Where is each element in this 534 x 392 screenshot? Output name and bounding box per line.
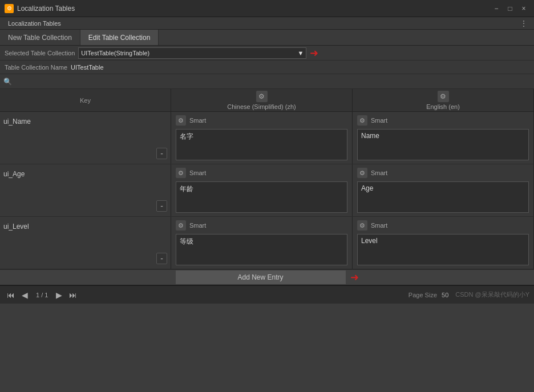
smart-gear-en-1-icon[interactable]: ⚙ [357,168,367,178]
lang-en-textarea-0[interactable]: Name [357,129,529,160]
arrow-indicator-collection: ➜ [310,47,318,59]
close-button[interactable]: × [518,3,529,14]
smart-gear-zh-0-icon[interactable]: ⚙ [176,115,186,126]
next-page-button[interactable]: ▶ [54,289,64,301]
lang-zh-cell-0: ⚙ Smart 名字 [171,112,353,164]
window-controls: − □ × [491,3,529,14]
lang-zh-header: ⚙ Chinese (Simplified) (zh) [171,89,353,111]
selected-collection-dropdown[interactable]: UITestTable(StringTable) ▼ [78,47,306,59]
menu-item-localization-tables[interactable]: Localization Tables [3,19,66,28]
smart-label-en-0: Smart [371,117,387,124]
lang-en-textarea-1[interactable]: Age [357,181,529,213]
lang-en-gear-icon[interactable]: ⚙ [438,91,449,102]
key-cell-2: ui_Level - [0,217,171,269]
smart-gear-en-0-icon[interactable]: ⚙ [357,115,367,126]
lang-zh-cell-1: ⚙ Smart 年龄 [171,164,353,216]
key-cell-1: ui_Age - [0,164,171,216]
search-input[interactable] [14,78,531,85]
selected-collection-label: Selected Table Collection [5,50,75,56]
table-row: ui_Level - ⚙ Smart 等级 ⚙ Smart Level [0,217,534,269]
lang-zh-gear-icon[interactable]: ⚙ [256,91,268,102]
smart-row-en-0: ⚙ Smart [357,115,529,126]
search-row: 🔍 [0,74,534,89]
key-cell-0: ui_Name - [0,112,171,164]
lang-zh-textarea-0[interactable]: 名字 [176,129,347,160]
last-page-button[interactable]: ⏭ [67,289,79,301]
page-size-value: 50 [442,292,448,298]
collection-name-label: Table Collection Name [5,64,67,71]
smart-label-en-1: Smart [371,169,387,176]
menu-bar: Localization Tables ⋮ [0,17,534,30]
key-name-1: ui_Age [3,169,167,179]
lang-en-cell-2: ⚙ Smart Level [353,217,534,269]
minimize-button[interactable]: − [491,3,502,14]
lang-en-cell-1: ⚙ Smart Age [353,164,534,216]
add-entry-bar: Add New Entry ➜ [0,269,534,285]
smart-gear-en-2-icon[interactable]: ⚙ [357,220,367,231]
smart-row-zh-0: ⚙ Smart [176,115,347,126]
lang-zh-textarea-1[interactable]: 年龄 [176,181,347,213]
remove-row-2-button[interactable]: - [156,253,167,264]
window-title: Localization Tables [17,5,491,13]
smart-label-zh-0: Smart [189,117,206,124]
remove-row-1-button[interactable]: - [156,200,167,212]
tab-edit-table-collection[interactable]: Edit Table Collection [80,30,159,45]
lang-zh-cell-2: ⚙ Smart 等级 [171,217,353,269]
table-row: ui_Age - ⚙ Smart 年龄 ⚙ Smart Age [0,164,534,217]
table-body: ui_Name - ⚙ Smart 名字 ⚙ Smart Name [0,112,534,269]
smart-row-zh-1: ⚙ Smart [176,168,347,178]
remove-row-0-button[interactable]: - [156,148,167,159]
menu-more-icon[interactable]: ⋮ [517,19,531,27]
table-header: Key ⚙ Chinese (Simplified) (zh) ⚙ Englis… [0,89,534,112]
smart-label-zh-2: Smart [189,222,206,229]
smart-label-en-2: Smart [371,222,387,229]
toolbar-tabs: New Table Collection Edit Table Collecti… [0,30,534,46]
smart-gear-zh-2-icon[interactable]: ⚙ [176,220,186,231]
key-name-0: ui_Name [3,116,167,127]
maximize-button[interactable]: □ [504,3,516,14]
arrow-indicator-add-entry: ➜ [350,271,359,284]
key-name-2: ui_Level [3,221,167,232]
pagination-bar: ⏮ ◀ 1 / 1 ▶ ⏭ Page Size 50 CSDN @呆呆敲代码的小… [0,285,534,304]
page-info: 1 / 1 [33,292,51,298]
table-area: Key ⚙ Chinese (Simplified) (zh) ⚙ Englis… [0,89,534,285]
lang-en-cell-0: ⚙ Smart Name [353,112,534,164]
app-icon: ⚙ [5,4,14,13]
first-page-button[interactable]: ⏮ [5,289,17,301]
table-row: ui_Name - ⚙ Smart 名字 ⚙ Smart Name [0,112,534,164]
lang-zh-textarea-2[interactable]: 等级 [176,234,347,265]
smart-row-en-2: ⚙ Smart [357,220,529,231]
dropdown-arrow-icon: ▼ [297,50,304,56]
collection-name-row: Table Collection Name UITestTable [0,60,534,74]
key-column-header: Key [0,89,171,111]
collection-name-value: UITestTable [71,64,103,71]
page-size-label: Page Size [408,292,437,298]
smart-gear-zh-1-icon[interactable]: ⚙ [176,168,186,178]
smart-row-zh-2: ⚙ Smart [176,220,347,231]
title-bar: ⚙ Localization Tables − □ × [0,0,534,17]
tab-new-table-collection[interactable]: New Table Collection [0,30,80,45]
search-icon: 🔍 [3,78,12,86]
lang-en-header: ⚙ English (en) [353,89,534,111]
prev-page-button[interactable]: ◀ [19,289,30,301]
smart-row-en-1: ⚙ Smart [357,168,529,178]
selected-collection-value: UITestTable(StringTable) [81,50,149,56]
smart-label-zh-1: Smart [189,169,206,176]
add-new-entry-button[interactable]: Add New Entry [176,270,346,284]
lang-en-textarea-2[interactable]: Level [357,234,529,265]
watermark-text: CSDN @呆呆敲代码的小Y [455,290,529,299]
selected-collection-row: Selected Table Collection UITestTable(St… [0,46,534,60]
